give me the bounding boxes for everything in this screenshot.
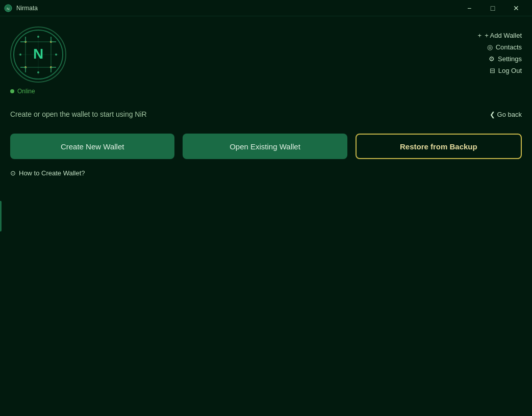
open-existing-wallet-button[interactable]: Open Existing Wallet [183, 134, 347, 159]
maximize-button[interactable]: □ [481, 0, 504, 16]
window-controls: − □ ✕ [458, 0, 528, 16]
contacts-label: Contacts [496, 43, 522, 51]
action-buttons: Create New Wallet Open Existing Wallet R… [10, 134, 522, 159]
svg-point-21 [19, 54, 21, 56]
header: N [0, 16, 532, 83]
svg-point-19 [37, 36, 39, 38]
status-bar: Online [0, 83, 532, 100]
close-button[interactable]: ✕ [504, 0, 528, 16]
add-wallet-icon: + [478, 32, 482, 39]
left-accent [0, 201, 2, 231]
logout-label: Log Out [498, 67, 522, 74]
top-nav: + + Add Wallet ◎ Contacts ⚙ Settings ⊟ L… [478, 27, 522, 74]
titlebar-left: N Nirmata [4, 4, 38, 12]
app-logo-small: N [4, 4, 12, 12]
svg-text:N: N [7, 7, 10, 11]
logo-svg: N [13, 29, 64, 80]
app-logo: N [10, 27, 66, 83]
go-back-link[interactable]: ❮ Go back [490, 111, 522, 118]
svg-text:N: N [33, 46, 43, 62]
main-content: N [0, 16, 532, 416]
add-wallet-label: + Add Wallet [485, 32, 522, 39]
app-title: Nirmata [16, 5, 38, 12]
create-new-wallet-button[interactable]: Create New Wallet [10, 134, 174, 159]
back-arrow-icon: ❮ [490, 111, 495, 118]
settings-label: Settings [498, 55, 522, 63]
logout-link[interactable]: ⊟ Log Out [490, 67, 522, 74]
minimize-button[interactable]: − [458, 0, 481, 16]
help-icon: ⊙ [10, 169, 16, 177]
content-subtitle: Create or open the wallet to start using… [10, 110, 147, 118]
status-text: Online [17, 88, 35, 95]
help-link-label: How to Create Wallet? [19, 169, 85, 177]
status-dot [10, 89, 14, 93]
contacts-icon: ◎ [487, 43, 493, 51]
settings-link[interactable]: ⚙ Settings [489, 55, 522, 63]
restore-from-backup-button[interactable]: Restore from Backup [356, 134, 522, 159]
content-area: Create or open the wallet to start using… [0, 100, 532, 416]
content-header: Create or open the wallet to start using… [10, 110, 522, 118]
contacts-link[interactable]: ◎ Contacts [487, 43, 522, 51]
go-back-label: Go back [497, 111, 522, 118]
add-wallet-link[interactable]: + + Add Wallet [478, 32, 522, 39]
logout-icon: ⊟ [490, 67, 495, 74]
settings-icon: ⚙ [489, 55, 495, 63]
titlebar: N Nirmata − □ ✕ [0, 0, 532, 16]
how-to-create-wallet-link[interactable]: ⊙ How to Create Wallet? [10, 169, 522, 177]
svg-point-20 [37, 71, 39, 73]
svg-point-22 [55, 54, 57, 56]
